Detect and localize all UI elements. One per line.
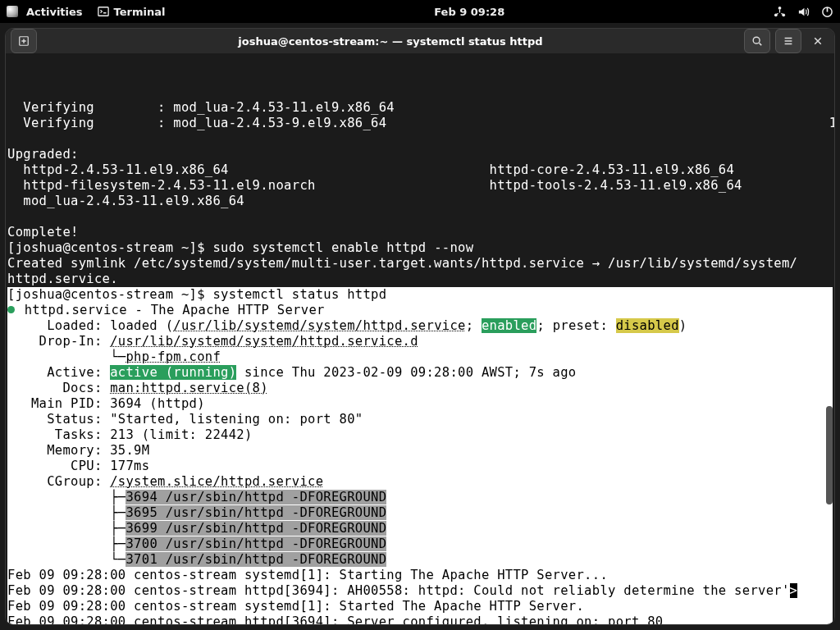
terminal-content: Verifying : mod_lua-2.4.53-11.el9.x86_64… (6, 84, 834, 625)
journal-line: Feb 09 09:28:00 centos-stream systemd[1]… (7, 568, 833, 583)
status-dot-icon (7, 306, 15, 313)
active-badge: active (running) (110, 365, 236, 380)
power-icon[interactable] (821, 6, 833, 18)
cgroup-path: /system.slice/httpd.service (110, 474, 323, 489)
term-line: Created symlink /etc/systemd/system/mult… (7, 256, 797, 271)
svg-line-10 (760, 43, 762, 46)
cgroup-label: CGroup: (7, 474, 110, 489)
term-line: Verifying : mod_lua-2.4.53-11.el9.x86_64… (7, 100, 835, 115)
process-line: 3699 /usr/sbin/httpd -DFOREGROUND (126, 521, 386, 536)
app-menu[interactable]: Terminal (98, 6, 166, 18)
menu-button[interactable] (775, 29, 801, 53)
command: systemctl status httpd (212, 287, 386, 302)
status-line: Status: "Started, listening on: port 80" (7, 412, 833, 427)
journal-line: Feb 09 09:28:00 centos-stream httpd[3694… (7, 614, 833, 625)
activities-label: Activities (26, 6, 83, 18)
activities-button[interactable]: Activities (7, 6, 83, 18)
process-line: 3701 /usr/sbin/httpd -DFOREGROUND (126, 552, 386, 567)
svg-point-9 (753, 37, 760, 43)
activities-icon (7, 6, 18, 17)
prompt: [joshua@centos-stream ~]$ (7, 287, 212, 302)
app-menu-label: Terminal (114, 6, 166, 18)
gnome-top-panel: Activities Terminal Feb 9 09:28 (0, 0, 840, 23)
journal-line: Feb 09 09:28:00 centos-stream systemd[1]… (7, 599, 833, 614)
term-line: mod_lua-2.4.53-11.el9.x86_64 (7, 194, 244, 208)
terminal-icon (98, 6, 109, 17)
status-block: [joshua@centos-stream ~]$ systemctl stat… (7, 287, 833, 625)
term-line: httpd.service. (7, 272, 118, 286)
loaded-label: Loaded: loaded ( (7, 318, 173, 333)
memory-line: Memory: 35.9M (7, 443, 833, 459)
dropin-path: /usr/lib/systemd/system/httpd.service.d (110, 334, 418, 349)
terminal-viewport[interactable]: Verifying : mod_lua-2.4.53-11.el9.x86_64… (6, 53, 834, 625)
docs-label: Docs: (7, 381, 110, 395)
term-line: httpd-2.4.53-11.el9.x86_64 httpd-core-2.… (7, 162, 734, 177)
docs-link: man:httpd.service(8) (110, 381, 268, 395)
terminal-window: joshua@centos-stream:~ — systemctl statu… (5, 28, 835, 625)
new-tab-button[interactable] (11, 29, 37, 53)
term-line: Verifying : mod_lua-2.4.53-9.el9.x86_64 … (7, 116, 835, 130)
enabled-badge: enabled (482, 318, 536, 333)
svg-rect-0 (98, 7, 107, 16)
service-title: httpd.service - The Apache HTTP Server (16, 303, 325, 317)
term-prompt: [joshua@centos-stream ~]$ sudo systemctl… (7, 240, 473, 255)
process-line: 3700 /usr/sbin/httpd -DFOREGROUND (126, 536, 386, 551)
window-titlebar[interactable]: joshua@centos-stream:~ — systemctl statu… (6, 29, 834, 53)
journal-line: Feb 09 09:28:00 centos-stream httpd[3694… (7, 583, 790, 598)
desktop-area: joshua@centos-stream:~ — systemctl statu… (0, 23, 840, 630)
active-since: since Thu 2023-02-09 09:28:00 AWST; 7s a… (236, 365, 576, 380)
tasks-line: Tasks: 213 (limit: 22442) (7, 427, 833, 443)
active-label: Active: (7, 365, 110, 380)
network-icon[interactable] (774, 6, 786, 18)
process-line: 3694 /usr/sbin/httpd -DFOREGROUND (126, 490, 386, 504)
prompt: [joshua@centos-stream ~]$ (7, 240, 212, 255)
panel-clock[interactable]: Feb 9 09:28 (165, 6, 774, 18)
cpu-line: CPU: 177ms (7, 459, 833, 474)
close-button[interactable] (806, 30, 829, 52)
window-title: joshua@centos-stream:~ — systemctl statu… (42, 35, 739, 48)
scrollbar-thumb[interactable] (826, 406, 833, 504)
clock-label: Feb 9 09:28 (434, 6, 504, 18)
main-pid: Main PID: 3694 (httpd) (7, 396, 833, 412)
volume-icon[interactable] (797, 6, 810, 18)
dropin-file: php-fpm.conf (126, 349, 221, 364)
search-button[interactable] (744, 29, 770, 53)
overflow-indicator: > (790, 583, 798, 598)
unit-file: /usr/lib/systemd/system/httpd.service (173, 318, 465, 333)
term-line: Complete! (7, 225, 79, 240)
term-line: httpd-filesystem-2.4.53-11.el9.noarch ht… (7, 178, 742, 193)
svg-point-1 (778, 6, 782, 9)
process-line: 3695 /usr/sbin/httpd -DFOREGROUND (126, 505, 386, 520)
dropin-label: Drop-In: (7, 334, 110, 349)
preset-badge: disabled (616, 318, 679, 333)
command: sudo systemctl enable httpd --now (212, 240, 473, 255)
term-line: Upgraded: (7, 147, 79, 162)
